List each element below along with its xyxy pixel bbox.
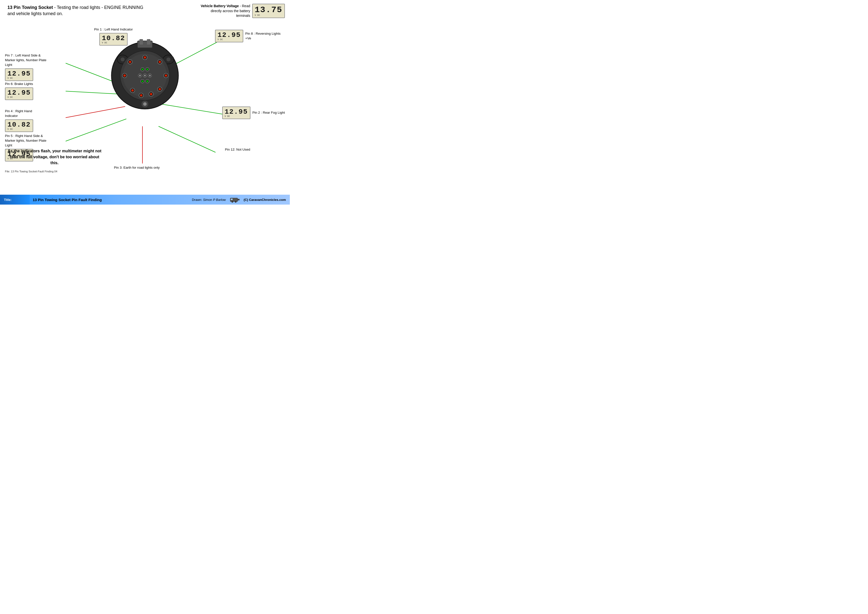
svg-line-7: [158, 126, 215, 152]
svg-point-30: [150, 93, 152, 95]
svg-point-26: [165, 74, 167, 77]
svg-point-22: [144, 56, 146, 59]
svg-point-52: [146, 80, 148, 82]
pin7-lcd: 12.95 V DC: [5, 68, 33, 81]
svg-line-4: [66, 119, 126, 141]
svg-point-56: [235, 201, 237, 203]
svg-rect-16: [147, 39, 150, 45]
svg-point-13: [166, 57, 170, 61]
svg-point-42: [146, 68, 148, 70]
svg-point-50: [141, 80, 143, 82]
footer-right: Drawn: Simon P Barlow (C) CaravanChronic…: [192, 197, 290, 203]
pin4-value: 10.82: [8, 121, 31, 129]
svg-point-36: [123, 74, 126, 77]
pin4-lcd: 10.82 V DC: [5, 119, 33, 132]
svg-point-34: [131, 89, 134, 91]
svg-point-18: [143, 102, 147, 106]
pin3-label: Pin 3: Earth for road lights only: [114, 166, 160, 170]
battery-lcd: 13.75 V DC: [252, 4, 285, 18]
page-title: 13 Pin Towing Socket - Testing the road …: [8, 5, 146, 17]
svg-point-32: [140, 94, 143, 96]
footer-copyright: (C) CaravanChronicles.com: [244, 198, 286, 202]
svg-point-46: [144, 74, 146, 76]
pin2-section: 12.95 V DC Pin 2 : Rear Fog Light: [222, 107, 285, 119]
pin12-label: Pin 12: Not Used: [225, 147, 250, 152]
drawn-name: Simon P Barlow: [203, 198, 226, 202]
footer-title-box: Title:: [0, 195, 30, 205]
pin5-label: Pin 5 : Right Hand Side & Marker lights,…: [5, 134, 50, 148]
socket-svg: [105, 37, 184, 116]
svg-point-44: [139, 74, 141, 76]
pin2-value: 12.95: [225, 108, 248, 116]
svg-point-55: [231, 201, 233, 203]
pin8-label: Pin 8 : Reversing Lights +Ve: [245, 31, 285, 41]
main-content: 13 Pin Towing Socket - Testing the road …: [0, 0, 290, 188]
caravan-icon: [230, 197, 240, 203]
pin12-section: Pin 12: Not Used: [225, 147, 250, 152]
pin2-label: Pin 2 : Rear Fog Light: [253, 110, 285, 115]
svg-point-12: [121, 57, 125, 61]
footer-bar: Title: 13 Pin Towing Socket Pin Fault Fi…: [0, 195, 290, 205]
pin4-label: Pin 4 : Right Hand Indicator: [5, 109, 45, 118]
pin6-lcd: 12.95 V DC: [5, 87, 33, 100]
svg-rect-57: [237, 199, 239, 200]
pin8-lcd: 12.95 V DC: [215, 30, 243, 42]
footer-drawn: Drawn: Simon P Barlow: [192, 198, 226, 202]
pin3-section: Pin 3: Earth for road lights only: [114, 166, 160, 170]
svg-point-28: [158, 88, 161, 90]
svg-point-24: [158, 61, 161, 63]
pin6-section: Pin 6: Brake Lights 12.95 V DC: [5, 82, 33, 100]
footer-title-label: Title:: [4, 198, 12, 202]
drawn-label: Drawn:: [192, 198, 202, 202]
svg-point-40: [141, 68, 143, 70]
pin6-label: Pin 6: Brake Lights: [5, 82, 33, 87]
svg-rect-54: [231, 198, 232, 200]
pin4-section: Pin 4 : Right Hand Indicator 10.82 V DC: [5, 109, 45, 132]
svg-point-38: [129, 61, 131, 63]
pin7-value: 12.95: [8, 70, 31, 78]
pin7-label: Pin 7 : Left Hand Side & Marker lights, …: [5, 53, 50, 67]
battery-label: Vehicle Battery Voltage - Read directly …: [196, 4, 250, 18]
footer-title-text: 13 Pin Towing Socket Pin Fault Finding: [33, 198, 102, 202]
pin7-section: Pin 7 : Left Hand Side & Marker lights, …: [5, 53, 50, 81]
pin8-section: 12.95 V DC Pin 8 : Reversing Lights +Ve: [215, 30, 285, 42]
pin2-lcd: 12.95 V DC: [222, 107, 250, 119]
warning-text: As the indicators flash, your multimeter…: [8, 148, 102, 166]
battery-section: Vehicle Battery Voltage - Read directly …: [196, 4, 285, 18]
battery-value: 13.75: [255, 5, 282, 15]
pin8-value: 12.95: [217, 31, 241, 39]
title-bold: 13 Pin Towing Socket: [8, 5, 53, 10]
pin1-label: Pin 1 : Left Hand Indicator: [94, 27, 133, 32]
socket-diagram: [105, 37, 184, 116]
svg-rect-15: [140, 39, 143, 45]
footer-file-label: File: 13 Pin Towing Socket-Fault Finding…: [5, 170, 57, 173]
warning-content: As the indicators flash, your multimeter…: [8, 149, 102, 165]
pin6-value: 12.95: [8, 89, 31, 96]
svg-point-48: [149, 74, 151, 76]
